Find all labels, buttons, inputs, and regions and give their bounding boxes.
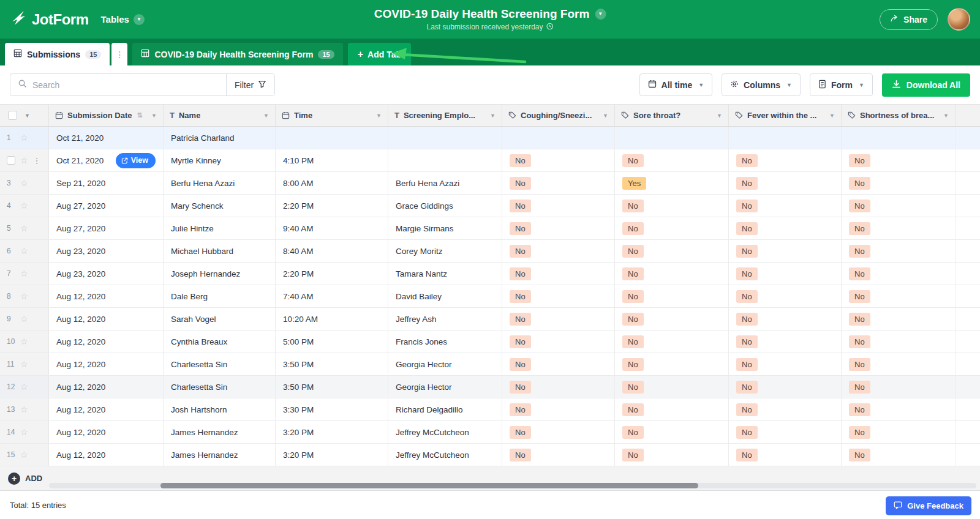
cell-time[interactable]: 5:00 PM	[276, 330, 388, 353]
cell-employee[interactable]: Georgia Hector	[388, 353, 502, 375]
cell-answer-1[interactable]: No	[615, 285, 729, 307]
table-row[interactable]: 8☆Aug 12, 2020Dale Berg7:40 AMDavid Bail…	[0, 285, 980, 308]
cell-time[interactable]: 4:10 PM	[276, 149, 388, 171]
cell-name[interactable]: Joseph Hernandez	[164, 263, 276, 285]
cell-answer-3[interactable]: No	[842, 172, 956, 194]
cell-submission-date[interactable]: Sep 21, 2020	[49, 172, 164, 194]
column-header-0[interactable]: Submission Date⇅▼	[49, 105, 164, 126]
cell-name[interactable]: Cynthia Breaux	[164, 330, 276, 353]
star-icon[interactable]: ☆	[20, 427, 28, 437]
cell-employee[interactable]: Georgia Hector	[388, 376, 502, 398]
cell-name[interactable]: Dale Berg	[164, 285, 276, 307]
cell-time[interactable]: 3:20 PM	[276, 421, 388, 443]
download-all-button[interactable]: Download All	[882, 73, 970, 97]
cell-submission-date[interactable]: Aug 12, 2020	[49, 308, 164, 330]
cell-answer-3[interactable]: No	[842, 353, 956, 375]
cell-answer-0[interactable]: No	[502, 376, 615, 398]
cell-submission-date[interactable]: Oct 21, 2020View	[49, 149, 164, 171]
cell-name[interactable]: Berfu Hena Azazi	[164, 172, 276, 194]
cell-answer-2[interactable]: No	[729, 421, 842, 443]
hscrollbar-thumb[interactable]	[160, 483, 698, 488]
column-header-1[interactable]: TName▼	[164, 105, 276, 126]
cell-name[interactable]: Myrtle Kinney	[164, 149, 276, 171]
cell-time[interactable]: 8:00 AM	[276, 172, 388, 194]
chevron-down-icon[interactable]: ▼	[826, 113, 835, 119]
cell-answer-0[interactable]: No	[502, 308, 615, 330]
cell-answer-1[interactable]: No	[615, 444, 729, 466]
star-icon[interactable]: ☆	[20, 359, 28, 369]
cell-submission-date[interactable]: Aug 23, 2020	[49, 263, 164, 285]
cell-employee[interactable]: David Bailey	[388, 285, 502, 307]
chevron-down-icon[interactable]: ▼	[24, 113, 30, 119]
table-row[interactable]: 13☆Aug 12, 2020Josh Hartshorn3:30 PMRich…	[0, 398, 980, 421]
cell-time[interactable]: 10:20 AM	[276, 308, 388, 330]
cell-name[interactable]: Mary Schenck	[164, 195, 276, 217]
cell-time[interactable]: 2:20 PM	[276, 195, 388, 217]
table-row[interactable]: ☆⋮Oct 21, 2020ViewMyrtle Kinney4:10 PMNo…	[0, 149, 980, 172]
star-icon[interactable]: ☆	[20, 201, 28, 211]
cell-employee[interactable]: Francis Jones	[388, 330, 502, 353]
chevron-down-icon[interactable]: ▼	[260, 113, 269, 119]
star-icon[interactable]: ☆	[20, 382, 28, 392]
add-tab-button[interactable]: + Add Tab	[348, 43, 411, 65]
star-icon[interactable]: ☆	[20, 337, 28, 346]
table-row[interactable]: 1☆Oct 21, 2020Patricia Charland	[0, 127, 980, 149]
cell-time[interactable]: 8:40 AM	[276, 240, 388, 262]
cell-answer-3[interactable]: No	[842, 240, 956, 262]
table-row[interactable]: 14☆Aug 12, 2020James Hernandez3:20 PMJef…	[0, 421, 980, 444]
cell-answer-0[interactable]: No	[502, 195, 615, 217]
cell-answer-3[interactable]: No	[842, 330, 956, 353]
cell-time[interactable]: 3:20 PM	[276, 444, 388, 466]
cell-answer-1[interactable]	[615, 127, 729, 149]
cell-answer-1[interactable]: No	[615, 217, 729, 239]
column-header-6[interactable]: Fever within the ...▼	[729, 105, 842, 126]
view-button[interactable]: View	[116, 153, 156, 168]
column-header-4[interactable]: Coughing/Sneezi...▼	[502, 105, 615, 126]
cell-name[interactable]: James Hernandez	[164, 421, 276, 443]
give-feedback-button[interactable]: Give Feedback	[886, 496, 971, 515]
table-row[interactable]: 11☆Aug 12, 2020Charlesetta Sin3:50 PMGeo…	[0, 353, 980, 376]
cell-answer-1[interactable]: No	[615, 398, 729, 420]
column-header-5[interactable]: Sore throat?▼	[615, 105, 729, 126]
tables-menu[interactable]: Tables ▼	[101, 14, 145, 25]
cell-time[interactable]: 3:50 PM	[276, 353, 388, 375]
tab-submissions[interactable]: Submissions 15	[5, 43, 110, 65]
sort-icon[interactable]: ⇅	[137, 111, 142, 119]
star-icon[interactable]: ☆	[20, 178, 28, 188]
cell-employee[interactable]	[388, 127, 502, 149]
table-row[interactable]: 6☆Aug 23, 2020Michael Hubbard8:40 AMCore…	[0, 240, 980, 263]
star-icon[interactable]: ☆	[20, 133, 28, 143]
cell-answer-2[interactable]: No	[729, 376, 842, 398]
cell-answer-2[interactable]: No	[729, 217, 842, 239]
cell-answer-3[interactable]: No	[842, 217, 956, 239]
cell-answer-2[interactable]: No	[729, 195, 842, 217]
search-input[interactable]	[32, 80, 219, 90]
star-icon[interactable]: ☆	[20, 450, 28, 460]
cell-answer-0[interactable]: No	[502, 240, 615, 262]
cell-name[interactable]: Michael Hubbard	[164, 240, 276, 262]
cell-submission-date[interactable]: Aug 12, 2020	[49, 398, 164, 420]
cell-name[interactable]: Charlesetta Sin	[164, 353, 276, 375]
cell-name[interactable]: Sarah Vogel	[164, 308, 276, 330]
cell-answer-3[interactable]: No	[842, 263, 956, 285]
cell-answer-2[interactable]: No	[729, 240, 842, 262]
cell-time[interactable]: 7:40 AM	[276, 285, 388, 307]
star-icon[interactable]: ☆	[20, 291, 28, 301]
cell-answer-2[interactable]: No	[729, 285, 842, 307]
cell-answer-3[interactable]: No	[842, 376, 956, 398]
cell-employee[interactable]: Corey Moritz	[388, 240, 502, 262]
date-range-button[interactable]: All time ▼	[639, 73, 713, 96]
table-row[interactable]: 7☆Aug 23, 2020Joseph Hernandez2:20 PMTam…	[0, 263, 980, 285]
cell-answer-0[interactable]: No	[502, 263, 615, 285]
cell-answer-2[interactable]	[729, 127, 842, 149]
cell-answer-1[interactable]: Yes	[615, 172, 729, 194]
select-all-checkbox[interactable]	[8, 111, 17, 120]
cell-answer-0[interactable]: No	[502, 172, 615, 194]
cell-answer-3[interactable]: No	[842, 444, 956, 466]
cell-answer-2[interactable]: No	[729, 308, 842, 330]
cell-answer-3[interactable]: No	[842, 195, 956, 217]
cell-answer-1[interactable]: No	[615, 421, 729, 443]
cell-employee[interactable]: Tamara Nantz	[388, 263, 502, 285]
form-button[interactable]: Form ▼	[810, 73, 873, 96]
cell-submission-date[interactable]: Aug 12, 2020	[49, 444, 164, 466]
